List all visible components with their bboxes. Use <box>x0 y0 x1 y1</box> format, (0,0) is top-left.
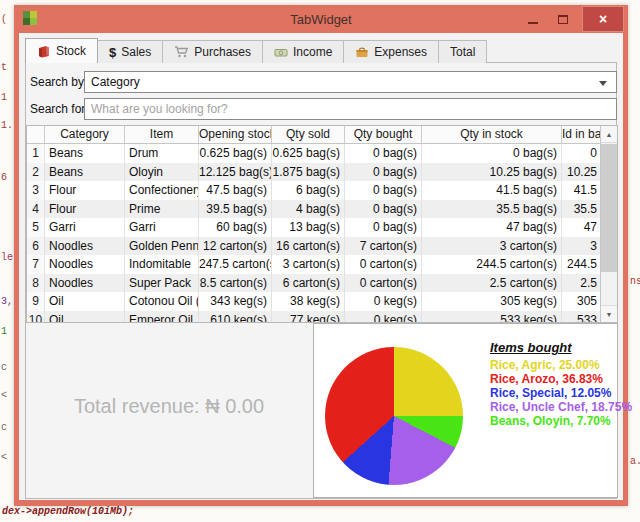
column-header-qty-bought[interactable]: Qty bought <box>345 126 422 143</box>
minimize-button[interactable] <box>518 7 548 31</box>
table-cell[interactable]: 244.5 <box>562 255 602 274</box>
scroll-down-icon[interactable]: ▼ <box>601 305 617 322</box>
table-cell[interactable]: 3 carton(s) <box>422 237 562 256</box>
row-number-cell[interactable]: 3 <box>27 181 45 200</box>
table-cell[interactable]: 0 keg(s) <box>345 311 422 324</box>
table-cell[interactable]: 0 bag(s) <box>345 163 422 182</box>
window-titlebar[interactable]: TabWidget × <box>14 5 628 33</box>
table-cell[interactable]: Confectionery <box>125 181 199 200</box>
table-cell[interactable]: 0.625 bag(s) <box>199 144 272 163</box>
table-cell[interactable]: Prime <box>125 200 199 219</box>
stock-table[interactable]: CategoryItemOpening stock qtyQty soldQty… <box>26 125 618 323</box>
table-cell[interactable]: Flour <box>45 181 125 200</box>
table-cell[interactable]: 7 carton(s) <box>345 237 422 256</box>
table-cell[interactable]: 8.5 carton(s) <box>199 274 272 293</box>
row-number-cell[interactable]: 5 <box>27 218 45 237</box>
row-number-cell[interactable]: 8 <box>27 274 45 293</box>
scroll-up-icon[interactable]: ▲ <box>601 126 617 143</box>
table-cell[interactable]: 10.25 bag(s) <box>422 163 562 182</box>
table-cell[interactable]: Indomitable <box>125 255 199 274</box>
tab-expenses[interactable]: Expenses <box>343 40 439 63</box>
table-cell[interactable]: 305 <box>562 292 602 311</box>
table-cell[interactable]: 39.5 bag(s) <box>199 200 272 219</box>
table-row[interactable]: 10OilEmperor Oil610 keg(s)77 keg(s)0 keg… <box>27 311 617 324</box>
table-cell[interactable]: Noodles <box>45 255 125 274</box>
table-cell[interactable]: Beans <box>45 144 125 163</box>
table-cell[interactable]: 0 keg(s) <box>345 292 422 311</box>
table-cell[interactable]: 6 bag(s) <box>272 181 345 200</box>
row-number-cell[interactable]: 2 <box>27 163 45 182</box>
table-cell[interactable]: 0 bag(s) <box>345 144 422 163</box>
table-cell[interactable]: 4 bag(s) <box>272 200 345 219</box>
table-cell[interactable]: 1.875 bag(s) <box>272 163 345 182</box>
table-cell[interactable]: 3 carton(s) <box>272 255 345 274</box>
table-cell[interactable]: 2.5 carton(s) <box>422 274 562 293</box>
table-cell[interactable]: Garri <box>125 218 199 237</box>
column-header-qty-sold[interactable]: Qty sold <box>272 126 345 143</box>
table-cell[interactable]: 3 <box>562 237 602 256</box>
column-header-row-number[interactable] <box>27 126 45 143</box>
table-cell[interactable]: 12.125 bag(s) <box>199 163 272 182</box>
row-number-cell[interactable]: 4 <box>27 200 45 219</box>
table-cell[interactable]: Emperor Oil <box>125 311 199 324</box>
table-row[interactable]: 7NoodlesIndomitable247.5 carton(s)3 cart… <box>27 255 617 274</box>
table-row[interactable]: 2BeansOloyin12.125 bag(s)1.875 bag(s)0 b… <box>27 163 617 182</box>
table-cell[interactable]: 77 keg(s) <box>272 311 345 324</box>
column-header-qty-in-stock[interactable]: Qty in stock <box>422 126 562 143</box>
table-cell[interactable]: 610 keg(s) <box>199 311 272 324</box>
table-cell[interactable]: 533 <box>562 311 602 324</box>
table-cell[interactable]: Drum <box>125 144 199 163</box>
tab-total[interactable]: Total <box>438 40 487 63</box>
table-cell[interactable]: 47 bag(s) <box>422 218 562 237</box>
table-cell[interactable]: 41.5 bag(s) <box>422 181 562 200</box>
row-number-cell[interactable]: 7 <box>27 255 45 274</box>
table-cell[interactable]: Golden Penny ... <box>125 237 199 256</box>
table-row[interactable]: 4FlourPrime39.5 bag(s)4 bag(s)0 bag(s)35… <box>27 200 617 219</box>
table-row[interactable]: 3FlourConfectionery47.5 bag(s)6 bag(s)0 … <box>27 181 617 200</box>
table-cell[interactable]: 0 bag(s) <box>422 144 562 163</box>
table-cell[interactable]: 2.5 <box>562 274 602 293</box>
table-cell[interactable]: 38 keg(s) <box>272 292 345 311</box>
tab-income[interactable]: Income <box>262 40 344 63</box>
maximize-button[interactable] <box>548 7 578 31</box>
table-cell[interactable]: 305 keg(s) <box>422 292 562 311</box>
table-cell[interactable]: 0 bag(s) <box>345 200 422 219</box>
column-header-item[interactable]: Item <box>125 126 199 143</box>
table-cell[interactable]: 10.25 <box>562 163 602 182</box>
table-cell[interactable]: 0 <box>562 144 602 163</box>
table-cell[interactable]: Oil <box>45 311 125 324</box>
column-header-category[interactable]: Category <box>45 126 125 143</box>
tab-sales[interactable]: $Sales <box>97 40 163 63</box>
table-cell[interactable]: 343 keg(s) <box>199 292 272 311</box>
close-button[interactable]: × <box>582 6 624 32</box>
column-header-id-in-ba[interactable]: Id in ba <box>562 126 602 143</box>
search-by-select[interactable]: Category <box>84 71 617 93</box>
tab-stock[interactable]: Stock <box>25 38 98 63</box>
table-cell[interactable]: 0.625 bag(s) <box>272 144 345 163</box>
scrollbar-thumb[interactable] <box>601 144 617 272</box>
table-row[interactable]: 5GarriGarri60 bag(s)13 bag(s)0 bag(s)47 … <box>27 218 617 237</box>
row-number-cell[interactable]: 10 <box>27 311 45 324</box>
table-cell[interactable]: 533 keg(s) <box>422 311 562 324</box>
table-cell[interactable]: Oil <box>45 292 125 311</box>
tab-purchases[interactable]: Purchases <box>162 40 263 63</box>
table-cell[interactable]: Noodles <box>45 274 125 293</box>
table-cell[interactable]: 35.5 bag(s) <box>422 200 562 219</box>
table-cell[interactable]: 12 carton(s) <box>199 237 272 256</box>
table-cell[interactable]: 247.5 carton(s) <box>199 255 272 274</box>
table-row[interactable]: 8NoodlesSuper Pack8.5 carton(s)6 carton(… <box>27 274 617 293</box>
row-number-cell[interactable]: 1 <box>27 144 45 163</box>
table-cell[interactable]: 60 bag(s) <box>199 218 272 237</box>
table-cell[interactable]: 0 bag(s) <box>345 218 422 237</box>
table-cell[interactable]: 13 bag(s) <box>272 218 345 237</box>
row-number-cell[interactable]: 9 <box>27 292 45 311</box>
table-cell[interactable]: 244.5 carton(s) <box>422 255 562 274</box>
table-cell[interactable]: Super Pack <box>125 274 199 293</box>
column-header-opening-stock-qty[interactable]: Opening stock qty <box>199 126 272 143</box>
table-cell[interactable]: 6 carton(s) <box>272 274 345 293</box>
table-cell[interactable]: 0 bag(s) <box>345 181 422 200</box>
table-cell[interactable]: Flour <box>45 200 125 219</box>
table-cell[interactable]: Oloyin <box>125 163 199 182</box>
table-cell[interactable]: Cotonou Oil (... <box>125 292 199 311</box>
search-input[interactable] <box>84 98 617 120</box>
